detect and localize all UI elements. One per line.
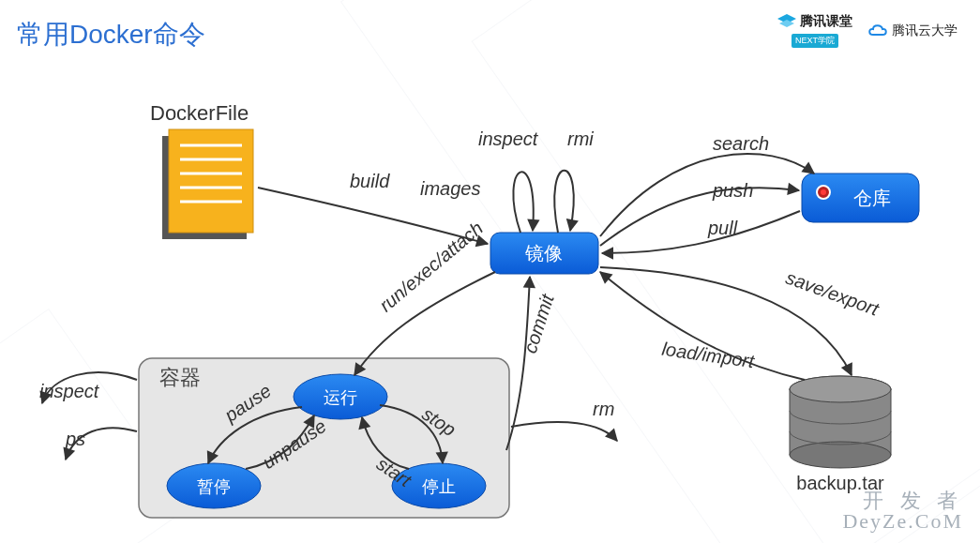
logo-tencent-cloud: 腾讯云大学 bbox=[867, 23, 957, 39]
edge-run-label: run/exec/attach bbox=[375, 218, 487, 316]
stopped-node-label: 停止 bbox=[422, 477, 456, 496]
edge-start-label: start bbox=[373, 453, 416, 491]
svg-rect-2 bbox=[162, 136, 247, 239]
container-box: 容器 bbox=[139, 358, 509, 518]
edge-pause bbox=[208, 407, 302, 463]
edge-rm-label: rm bbox=[593, 399, 614, 419]
logo-tencent-class: 腾讯课堂 NEXT学院 bbox=[777, 13, 852, 48]
edge-stop bbox=[380, 405, 443, 463]
watermark-line1: 开 发 者 bbox=[842, 490, 963, 511]
watermark-line2: DeyZe.CoM bbox=[842, 511, 963, 532]
running-node: 运行 bbox=[294, 374, 387, 419]
edge-commit bbox=[506, 277, 530, 450]
svg-rect-13 bbox=[139, 358, 509, 518]
svg-point-14 bbox=[294, 374, 387, 419]
running-node-label: 运行 bbox=[324, 388, 357, 407]
edge-unpause-label: unpause bbox=[259, 415, 330, 473]
edge-pause-label: pause bbox=[220, 380, 275, 426]
logos: 腾讯课堂 NEXT学院 腾讯云大学 bbox=[777, 13, 957, 48]
edge-start bbox=[362, 417, 409, 469]
stopped-node: 停止 bbox=[392, 463, 486, 508]
page-title: 常用Docker命令 bbox=[17, 17, 205, 53]
edge-rm bbox=[511, 422, 617, 441]
container-box-label: 容器 bbox=[159, 366, 201, 389]
dockerfile-label: DockerFile bbox=[150, 101, 249, 125]
logo-tencent-cloud-label: 腾讯云大学 bbox=[892, 23, 957, 39]
svg-point-16 bbox=[392, 463, 486, 508]
edge-stop-label: stop bbox=[418, 403, 460, 440]
paused-node-label: 暂停 bbox=[197, 477, 231, 496]
edge-build-label: build bbox=[350, 171, 390, 191]
svg-rect-3 bbox=[169, 129, 253, 233]
logo-tencent-class-label: 腾讯课堂 bbox=[800, 13, 852, 30]
dockerfile-node: DockerFile bbox=[150, 101, 253, 239]
logo-next-badge: NEXT学院 bbox=[792, 34, 838, 48]
edge-unpause bbox=[246, 415, 314, 469]
edge-run bbox=[354, 272, 495, 375]
watermark: 开 发 者 DeyZe.CoM bbox=[842, 490, 963, 532]
edge-build bbox=[258, 188, 488, 244]
